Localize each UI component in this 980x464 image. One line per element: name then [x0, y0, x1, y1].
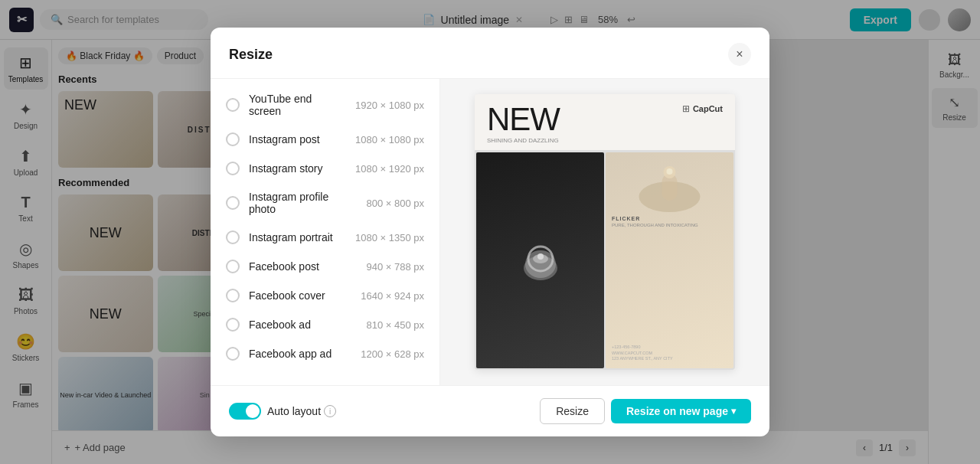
preview-flicker-text: FLICKER PURE, THOROUGH AND INTOXICATING — [612, 215, 727, 229]
resize-options-list: YouTube end screen 1920 × 1080 px Instag… — [211, 79, 440, 385]
modal-header: Resize × — [211, 28, 769, 79]
resize-name-instagram-portrait: Instagram portrait — [249, 231, 333, 243]
resize-option-facebook-app-ad[interactable]: Facebook app ad 1200 × 628 px — [211, 339, 439, 368]
modal-overlay: Resize × YouTube end screen 1920 × 1080 … — [0, 0, 980, 464]
resize-option-instagram-profile-photo[interactable]: Instagram profile photo 800 × 800 px — [211, 183, 439, 223]
preview-bottom-section: FLICKER PURE, THOROUGH AND INTOXICATING … — [475, 151, 735, 370]
flicker-label: FLICKER — [612, 215, 727, 223]
resize-option-facebook-ad[interactable]: Facebook ad 810 × 450 px — [211, 310, 439, 339]
toggle-knob — [246, 404, 260, 418]
modal-footer-buttons: Resize Resize on new page ▾ — [540, 398, 751, 424]
radio-facebook-cover[interactable] — [226, 289, 240, 302]
auto-layout-switch[interactable] — [229, 403, 261, 420]
preview-top-section: NEW SHINING AND DAZZLING ⊞ CapCut — [475, 94, 735, 151]
resize-dim-instagram-profile-photo: 800 × 800 px — [366, 198, 424, 209]
radio-youtube-end-screen[interactable] — [226, 98, 240, 112]
modal-title: Resize — [229, 47, 273, 63]
resize-dim-youtube-end-screen: 1920 × 1080 px — [355, 100, 424, 111]
resize-option-facebook-post[interactable]: Facebook post 940 × 788 px — [211, 252, 439, 281]
resize-on-new-page-button[interactable]: Resize on new page ▾ — [611, 399, 751, 423]
resize-dim-instagram-story: 1080 × 1920 px — [355, 163, 424, 175]
app-background: ✂ 🔍 Search for templates 📄 Untitled imag… — [0, 0, 980, 464]
preview-card: NEW SHINING AND DAZZLING ⊞ CapCut — [475, 94, 735, 370]
resize-dim-facebook-post: 940 × 788 px — [366, 261, 424, 273]
radio-instagram-post[interactable] — [226, 132, 240, 146]
preview-right-image: FLICKER PURE, THOROUGH AND INTOXICATING … — [606, 152, 733, 368]
resize-option-youtube-end-screen[interactable]: YouTube end screen 1920 × 1080 px — [211, 85, 439, 125]
resize-option-facebook-cover[interactable]: Facebook cover 1640 × 924 px — [211, 281, 439, 310]
resize-button[interactable]: Resize — [540, 398, 605, 424]
radio-instagram-profile-photo[interactable] — [226, 196, 240, 210]
preview-sub-text: SHINING AND DAZZLING — [487, 137, 560, 144]
resize-dim-facebook-cover: 1640 × 924 px — [361, 290, 424, 302]
ring-svg — [612, 158, 727, 212]
radio-facebook-app-ad[interactable] — [226, 347, 240, 361]
preview-capcut-text: CapCut — [693, 104, 723, 113]
resize-modal: Resize × YouTube end screen 1920 × 1080 … — [211, 28, 769, 436]
resize-dim-facebook-ad: 810 × 450 px — [366, 319, 424, 331]
radio-facebook-ad[interactable] — [226, 318, 240, 332]
resize-name-facebook-cover: Facebook cover — [249, 289, 325, 302]
diamond-svg — [510, 230, 571, 291]
radio-instagram-story[interactable] — [226, 162, 240, 175]
resize-option-instagram-portrait[interactable]: Instagram portrait 1080 × 1350 px — [211, 223, 439, 252]
resize-option-instagram-story[interactable]: Instagram story 1080 × 1920 px — [211, 154, 439, 183]
resize-name-facebook-app-ad: Facebook app ad — [249, 348, 332, 360]
modal-body: YouTube end screen 1920 × 1080 px Instag… — [211, 79, 769, 385]
resize-name-facebook-post: Facebook post — [249, 260, 319, 273]
resize-name-instagram-post: Instagram post — [249, 133, 320, 145]
svg-point-8 — [667, 168, 673, 175]
radio-instagram-portrait[interactable] — [226, 230, 240, 244]
modal-preview-area: NEW SHINING AND DAZZLING ⊞ CapCut — [440, 79, 769, 385]
resize-option-instagram-post[interactable]: Instagram post 1080 × 1080 px — [211, 125, 439, 154]
modal-close-button[interactable]: × — [728, 43, 751, 66]
preview-capcut-logo: ⊞ CapCut — [682, 103, 723, 114]
chevron-down-icon: ▾ — [731, 406, 736, 417]
resize-dim-facebook-app-ad: 1200 × 628 px — [361, 348, 424, 360]
auto-layout-label: Auto layout i — [267, 405, 336, 417]
preview-new-text: NEW — [487, 103, 560, 136]
modal-footer: Auto layout i Resize Resize on new page … — [211, 385, 769, 436]
auto-layout-toggle: Auto layout i — [229, 403, 336, 420]
auto-layout-info-icon[interactable]: i — [324, 405, 336, 417]
resize-name-instagram-story: Instagram story — [249, 162, 322, 175]
svg-point-4 — [537, 253, 544, 260]
preview-left-image — [476, 152, 604, 368]
resize-dim-instagram-post: 1080 × 1080 px — [355, 134, 424, 145]
flicker-desc: PURE, THOROUGH AND INTOXICATING — [612, 223, 727, 229]
preview-footer-text: +123-456-7890WWW.CAPCUT.COM123 ANYWHERE … — [612, 345, 727, 362]
resize-dim-instagram-portrait: 1080 × 1350 px — [355, 232, 424, 243]
radio-facebook-post[interactable] — [226, 260, 240, 273]
preview-top-left: NEW SHINING AND DAZZLING — [487, 103, 560, 144]
resize-name-youtube-end-screen: YouTube end screen — [249, 93, 346, 117]
resize-name-instagram-profile-photo: Instagram profile photo — [249, 191, 357, 215]
resize-name-facebook-ad: Facebook ad — [249, 319, 311, 331]
